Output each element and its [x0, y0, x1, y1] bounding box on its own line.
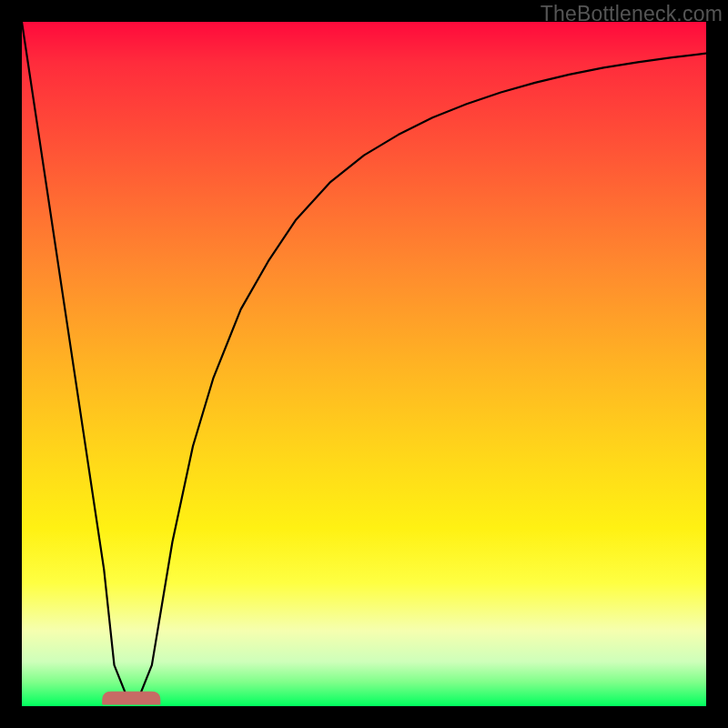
chart-plot-area: [22, 22, 706, 706]
background-gradient: [22, 22, 706, 706]
